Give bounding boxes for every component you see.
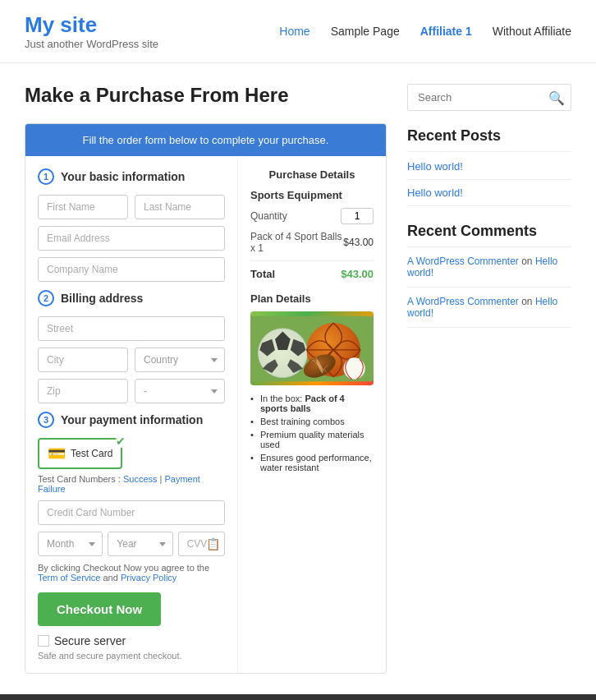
main-content: Make a Purchase From Here Fill the order…	[0, 63, 596, 694]
recent-comments-section: Recent Comments A WordPress Commenter on…	[407, 223, 571, 328]
secure-row: Secure server	[38, 634, 225, 647]
left-column: Make a Purchase From Here Fill the order…	[25, 84, 387, 674]
sports-image	[250, 311, 374, 385]
step3-header: 3 Your payment information	[38, 412, 225, 428]
feature-3: Premium quality materials used	[250, 430, 374, 449]
site-title: My site	[25, 12, 158, 38]
test-card-label: Test Card	[71, 448, 112, 459]
cvv-icon: 📋	[206, 537, 220, 550]
recent-posts-title: Recent Posts	[407, 127, 571, 152]
payment-check-icon: ✔	[116, 435, 126, 448]
item-row: Pack of 4 Sport Balls x 1 $43.00	[250, 231, 374, 254]
name-row	[38, 195, 225, 219]
page-title: Make a Purchase From Here	[25, 84, 387, 107]
comment-2: A WordPress Commenter on Hello world!	[407, 296, 571, 328]
plan-features: In the box: Pack of 4 sports balls Best …	[250, 394, 374, 472]
company-input[interactable]	[38, 257, 225, 282]
email-input[interactable]	[38, 226, 225, 251]
feature-2: Best training combos	[250, 417, 374, 426]
sports-title: Sports Equipment	[250, 189, 374, 201]
checkout-button[interactable]: Checkout Now	[38, 592, 161, 626]
recent-post-2[interactable]: Hello world!	[407, 187, 571, 206]
quantity-input[interactable]	[341, 208, 374, 224]
step1-circle: 1	[38, 168, 54, 185]
step1-label: Your basic information	[61, 170, 185, 183]
commenter-1[interactable]: A WordPress Commenter	[407, 256, 519, 267]
zip-select[interactable]: -	[135, 379, 225, 403]
feature-1: In the box: Pack of 4 sports balls	[250, 394, 374, 413]
payment-method[interactable]: ✔ 💳 Test Card	[38, 438, 122, 469]
city-input[interactable]	[38, 348, 128, 372]
header: My site Just another WordPress site Home…	[0, 0, 596, 63]
site-tagline: Just another WordPress site	[25, 38, 158, 50]
sports-balls-svg	[250, 314, 374, 384]
terms-text: By clicking Checkout Now you agree to th…	[38, 563, 225, 583]
card-number-input[interactable]	[38, 500, 225, 525]
step3-circle: 3	[38, 412, 54, 428]
nav-without[interactable]: Without Affiliate	[493, 25, 571, 38]
month-row: Month Year 📋	[38, 532, 225, 556]
card-note: Test Card Numbers : Success | Payment Fa…	[38, 474, 225, 494]
year-select[interactable]: Year	[108, 532, 172, 556]
footer-main: Colorway Theme Footer is widgetized. To …	[0, 694, 596, 700]
street-row	[38, 316, 225, 341]
purchase-body: 1 Your basic information	[25, 156, 386, 673]
card-icon: 💳	[48, 444, 66, 463]
search-box: 🔍	[407, 84, 571, 111]
total-row: Total $43.00	[250, 260, 374, 280]
zip-input[interactable]	[38, 379, 128, 403]
commenter-2[interactable]: A WordPress Commenter	[407, 296, 519, 307]
secure-checkbox	[38, 635, 49, 647]
sidebar: 🔍 Recent Posts Hello world! Hello world!…	[407, 84, 571, 674]
last-name-input[interactable]	[135, 195, 225, 219]
total-amount: $43.00	[341, 268, 374, 280]
privacy-link[interactable]: Privacy Policy	[121, 573, 177, 583]
nav-sample[interactable]: Sample Page	[331, 25, 400, 38]
month-select[interactable]: Month	[38, 532, 103, 556]
search-input[interactable]	[407, 84, 571, 111]
card-number-row	[38, 500, 225, 525]
recent-posts-section: Recent Posts Hello world! Hello world!	[407, 127, 571, 206]
first-name-input[interactable]	[38, 195, 128, 219]
quantity-row: Quantity	[250, 208, 374, 224]
cvv-wrap: 📋	[178, 532, 225, 556]
item-price: $43.00	[343, 237, 374, 248]
site-branding: My site Just another WordPress site	[25, 12, 158, 50]
details-section: Purchase Details Sports Equipment Quanti…	[238, 156, 386, 673]
step2-header: 2 Billing address	[38, 290, 225, 306]
main-nav: Home Sample Page Affiliate 1 Without Aff…	[279, 25, 571, 38]
step2-circle: 2	[38, 290, 54, 306]
country-select[interactable]: Country	[135, 348, 225, 372]
svg-point-16	[343, 357, 364, 379]
item-label: Pack of 4 Sport Balls x 1	[250, 231, 343, 254]
email-row	[38, 226, 225, 251]
secure-label: Secure server	[54, 634, 126, 647]
comment-1: A WordPress Commenter on Hello world!	[407, 256, 571, 288]
company-row	[38, 257, 225, 282]
recent-post-1[interactable]: Hello world!	[407, 160, 571, 180]
zip-row: -	[38, 379, 225, 403]
step1-header: 1 Your basic information	[38, 168, 225, 185]
quantity-label: Quantity	[250, 210, 287, 222]
step2-label: Billing address	[61, 292, 143, 305]
nav-home[interactable]: Home	[279, 25, 309, 38]
street-input[interactable]	[38, 316, 225, 341]
nav-affiliate1[interactable]: Affiliate 1	[420, 25, 472, 38]
plan-title: Plan Details	[250, 292, 374, 305]
details-title: Purchase Details	[250, 168, 374, 181]
card-success-link[interactable]: Success	[123, 474, 158, 484]
search-icon[interactable]: 🔍	[548, 90, 565, 105]
feature-4: Ensures good performance, water resistan…	[250, 453, 374, 472]
total-label: Total	[250, 268, 275, 280]
step3-label: Your payment information	[61, 413, 203, 426]
city-country-row: Country	[38, 348, 225, 372]
form-section: 1 Your basic information	[25, 156, 238, 673]
recent-comments-title: Recent Comments	[407, 223, 571, 247]
secure-sub: Safe and secure payment checkout.	[38, 651, 225, 661]
card-header: Fill the order form below to complete yo…	[25, 124, 386, 156]
terms-link[interactable]: Term of Service	[38, 573, 100, 583]
purchase-card: Fill the order form below to complete yo…	[25, 123, 387, 674]
